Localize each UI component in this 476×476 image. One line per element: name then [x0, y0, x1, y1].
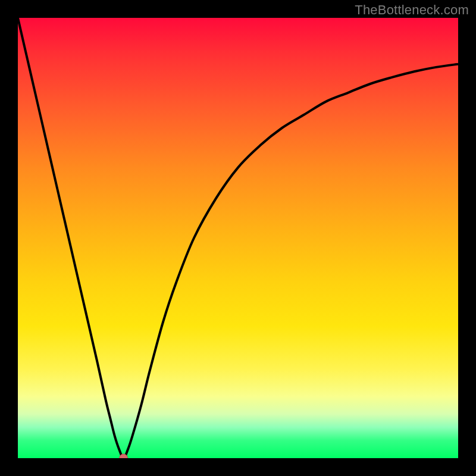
chart-frame: TheBottleneck.com: [0, 0, 476, 476]
bottleneck-curve: [18, 18, 458, 458]
curve-layer: [18, 18, 458, 458]
watermark-text: TheBottleneck.com: [355, 2, 469, 18]
